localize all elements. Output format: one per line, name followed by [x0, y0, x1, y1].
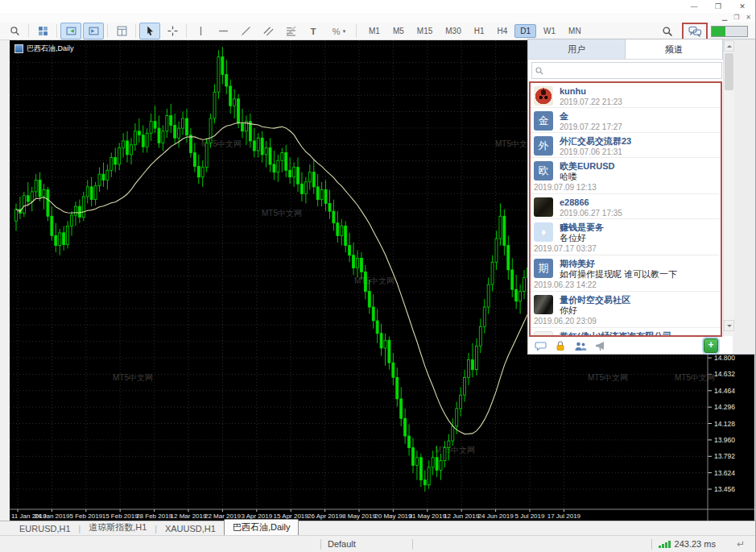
toolbar-separator [356, 24, 357, 38]
chart-tab-3[interactable]: 巴西石油,Daily [224, 519, 300, 535]
svg-text:24 Jan 2019: 24 Jan 2019 [34, 513, 70, 520]
svg-text:14.128: 14.128 [714, 420, 735, 428]
svg-text:24 Jun 2019: 24 Jun 2019 [478, 513, 514, 520]
add-channel-button[interactable]: + [704, 338, 718, 353]
fibonacci-icon[interactable] [280, 23, 301, 39]
text-tool-icon[interactable]: T [303, 23, 324, 39]
search-icon [535, 66, 544, 76]
crosshair-icon[interactable] [162, 23, 183, 39]
timeframe-w1[interactable]: W1 [538, 24, 561, 38]
scrollbar-thumb[interactable] [725, 53, 733, 90]
timeframe-mn[interactable]: MN [563, 24, 587, 38]
svg-text:13.960: 13.960 [714, 436, 735, 444]
chat-search-input[interactable] [544, 64, 721, 77]
timeframe-m30[interactable]: M30 [440, 24, 466, 38]
svg-text:12 Mar 2019: 12 Mar 2019 [171, 513, 207, 520]
status-separator [412, 539, 413, 550]
avatar: 外 [534, 136, 553, 156]
chat-item[interactable]: e288662019.06.27 17:35 [531, 194, 721, 219]
chat-panel-margin [733, 39, 755, 354]
svg-text:8 May 2019: 8 May 2019 [342, 513, 376, 520]
chat-item-name: e28866 [534, 197, 717, 208]
avatar: 金 [534, 111, 553, 131]
chat-item[interactable]: 量价时空交易社区你好2019.06.20 23:09 [531, 292, 721, 328]
scroll-down-icon[interactable] [724, 320, 734, 331]
megaphone-icon[interactable] [595, 340, 607, 355]
chat-item[interactable]: 金金2019.07.22 17:27 [531, 108, 721, 133]
chat-bubble-icon[interactable] [535, 340, 547, 355]
chart-shift-icon[interactable] [83, 23, 104, 39]
tab-users[interactable]: 用户 [528, 39, 626, 59]
chat-icon[interactable] [688, 26, 702, 37]
tile-windows-icon[interactable] [32, 23, 53, 39]
arrows-tool-glyph: % [333, 27, 341, 36]
chart-tab-0[interactable]: EURUSD,H1 [11, 522, 79, 535]
svg-text:MT5中文网: MT5中文网 [588, 373, 628, 382]
chart-tab-2[interactable]: XAUUSD,H1 [157, 522, 224, 535]
close-button[interactable]: ✕ [730, 0, 754, 12]
timeframe-m5[interactable]: M5 [387, 24, 410, 38]
avatar [534, 86, 553, 106]
status-separator [320, 539, 321, 550]
chat-item[interactable]: ♦赚钱是要务各位好2019.07.17 03:37 [531, 219, 721, 255]
arrows-dropdown-icon[interactable]: % ▾ [325, 23, 353, 39]
chat-item[interactable]: 期期待美好如何操作提现呢 谁可以教一下2019.06.23 14:22 [531, 255, 721, 292]
search-icon[interactable] [657, 23, 678, 39]
child-minimize-button[interactable]: ▁ [722, 13, 727, 22]
chat-item-time: 2019.07.09 12:13 [534, 182, 717, 193]
trend-line-icon[interactable] [235, 23, 256, 39]
avatar [534, 197, 553, 217]
timeframe-h1[interactable]: H1 [469, 24, 490, 38]
chat-item-time: 2019.07.17 03:37 [534, 243, 717, 254]
chat-search-box [531, 62, 722, 79]
vertical-line-icon[interactable] [190, 23, 211, 39]
chat-item-name: 赚钱是要务 [534, 222, 717, 233]
timeframe-d1[interactable]: D1 [514, 24, 536, 38]
maximize-button[interactable]: ❐ [706, 0, 730, 12]
chat-actions-bar [528, 339, 723, 355]
cursor-icon[interactable] [139, 23, 160, 39]
magnifier-icon[interactable] [4, 23, 25, 39]
chat-item-message: 如何操作提现呢 谁可以教一下 [534, 269, 717, 280]
timeframe-h4[interactable]: H4 [492, 24, 514, 38]
auto-scroll-icon[interactable] [60, 23, 81, 39]
chat-item-name: 欧美EURUSD [534, 161, 717, 172]
scroll-up-icon[interactable] [724, 40, 734, 52]
tab-channels[interactable]: 频道 [626, 39, 723, 59]
mt5-terminal-window: — ❐ ✕ ▁ ❐ ✕ [0, 0, 756, 552]
timeframe-m1[interactable]: M1 [363, 24, 386, 38]
chevron-down-icon: ▾ [343, 28, 346, 35]
child-restore-button[interactable]: ❐ [733, 13, 739, 22]
timeframe-m15[interactable]: M15 [411, 24, 438, 38]
group-icon[interactable] [574, 340, 587, 355]
svg-text:MT5中文网: MT5中文网 [113, 373, 153, 382]
svg-text:28 Feb 2019: 28 Feb 2019 [136, 513, 172, 520]
scroll-to-end-icon[interactable]: ↵ [737, 538, 745, 550]
chat-item[interactable]: 誉红(佛山)经济咨询有限公司 [531, 328, 721, 337]
svg-text:14.296: 14.296 [714, 403, 735, 411]
lock-icon[interactable] [555, 340, 566, 355]
equidistant-channel-icon[interactable] [258, 23, 279, 39]
chat-item[interactable]: 外外汇交易交流群232019.07.06 21:31 [531, 133, 721, 158]
timeframe-bar: M1M5M15M30H1H4D1W1MN [362, 24, 588, 38]
connection-progress-fill [712, 27, 725, 36]
chat-scrollbar[interactable] [723, 39, 734, 336]
child-close-button[interactable]: ✕ [746, 13, 751, 22]
chat-item-name: 外汇交易交流群23 [534, 136, 717, 147]
chat-item-time: 2019.07.22 17:27 [534, 122, 717, 132]
avatar: 欧 [534, 161, 553, 181]
chart-tab-1[interactable]: 道琼斯指数,H1 [81, 520, 155, 535]
profile-selector[interactable]: Default [328, 539, 356, 549]
chat-item-name: 期待美好 [534, 259, 717, 269]
chat-item[interactable]: 欧欧美EURUSD哈喽2019.07.09 12:13 [531, 158, 721, 194]
minimize-button[interactable]: — [682, 0, 706, 12]
title-bar: — ❐ ✕ [0, 0, 756, 13]
horizontal-line-icon[interactable] [213, 23, 233, 39]
svg-text:31 May 2019: 31 May 2019 [409, 513, 447, 520]
chat-panel-tabs: 用户 频道 [528, 39, 723, 60]
avatar: 期 [534, 259, 553, 278]
new-chart-icon[interactable] [111, 23, 132, 39]
chat-item[interactable]: kunhu2019.07.22 21:23 [531, 83, 721, 108]
svg-text:MT5中文网: MT5中文网 [354, 276, 395, 285]
svg-text:12 Jun 2019: 12 Jun 2019 [444, 513, 480, 520]
